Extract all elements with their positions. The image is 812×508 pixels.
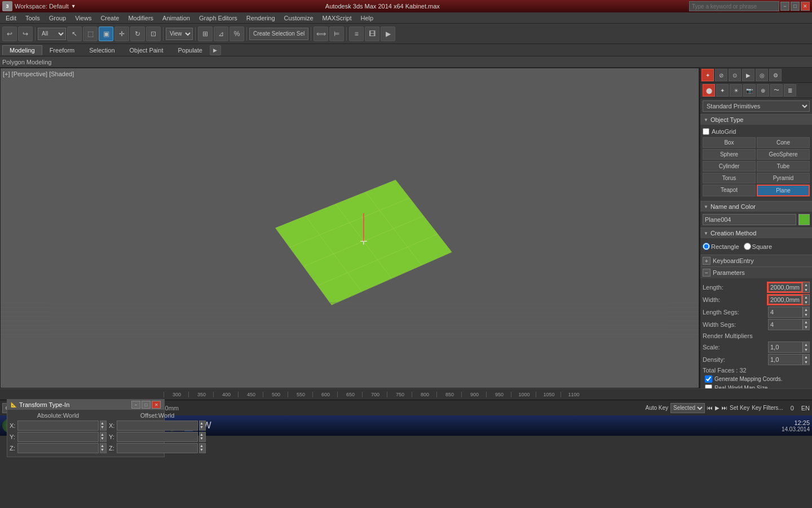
width-down[interactable]: ▼ bbox=[802, 300, 809, 305]
box-button[interactable]: Box bbox=[703, 137, 756, 148]
name-color-header[interactable]: ▼ Name and Color bbox=[700, 202, 812, 212]
motion-panel-icon[interactable]: ▶ bbox=[742, 69, 754, 81]
keyboard-entry-header[interactable]: + KeyboardEntry bbox=[700, 255, 812, 266]
hierarchy-panel-icon[interactable]: ⊙ bbox=[729, 69, 741, 81]
undo-button[interactable]: ↩ bbox=[2, 27, 17, 41]
scale-input[interactable] bbox=[769, 342, 802, 352]
snap-toggle[interactable]: ⊞ bbox=[198, 27, 213, 41]
tab-freeform[interactable]: Freeform bbox=[42, 45, 82, 55]
length-input[interactable] bbox=[767, 282, 802, 292]
width-segs-up[interactable]: ▲ bbox=[802, 319, 809, 325]
dialog-close[interactable]: ✕ bbox=[152, 401, 161, 409]
menu-animation[interactable]: Animation bbox=[158, 14, 195, 23]
redo-button[interactable]: ↪ bbox=[18, 27, 33, 41]
cameras-icon[interactable]: 📷 bbox=[743, 84, 756, 97]
search-input[interactable] bbox=[689, 1, 779, 11]
quick-render[interactable]: ▶ bbox=[381, 27, 395, 41]
tab-more-button[interactable]: ▶ bbox=[210, 45, 221, 55]
create-selection-button[interactable]: Create Selection Sel bbox=[249, 28, 308, 40]
parameters-collapse[interactable]: − bbox=[703, 269, 710, 277]
select-region-button[interactable]: ⬚ bbox=[83, 27, 98, 41]
menu-maxscript[interactable]: MAXScript bbox=[318, 14, 356, 23]
rectangle-radio[interactable] bbox=[703, 243, 710, 250]
tab-populate[interactable]: Populate bbox=[170, 45, 209, 55]
workspace-dropdown-icon[interactable]: ▼ bbox=[71, 3, 76, 9]
pyramid-button[interactable]: Pyramid bbox=[757, 173, 810, 183]
object-name-input[interactable] bbox=[703, 214, 796, 225]
color-swatch[interactable] bbox=[798, 214, 810, 225]
filter-select[interactable]: All bbox=[38, 28, 66, 40]
off-x-input[interactable] bbox=[117, 421, 198, 431]
view-select[interactable]: View bbox=[166, 28, 193, 40]
abs-z-input[interactable] bbox=[17, 443, 99, 453]
off-x-spin[interactable]: ▲▼ bbox=[199, 421, 206, 431]
menu-views[interactable]: Views bbox=[70, 14, 96, 23]
spacewarps-icon[interactable]: 〜 bbox=[770, 84, 783, 97]
menu-edit[interactable]: Edit bbox=[1, 14, 21, 23]
autogrid-checkbox[interactable] bbox=[703, 128, 709, 135]
transport-next[interactable]: ⏭ bbox=[722, 405, 727, 411]
maximize-button[interactable]: □ bbox=[791, 2, 800, 11]
scale-down[interactable]: ▼ bbox=[802, 347, 809, 352]
layer-button[interactable]: ≡ bbox=[349, 27, 364, 41]
menu-customize[interactable]: Customize bbox=[280, 14, 318, 23]
density-down[interactable]: ▼ bbox=[802, 360, 809, 365]
abs-y-input[interactable] bbox=[17, 432, 99, 442]
viewport[interactable]: [+] [Perspective] [Shaded] TOP FRONT LEF… bbox=[0, 68, 699, 388]
square-radio[interactable] bbox=[744, 243, 751, 250]
selected-dropdown[interactable]: Selected bbox=[670, 403, 705, 413]
rotate-button[interactable]: ↻ bbox=[130, 27, 145, 41]
transport-play[interactable]: ▶ bbox=[715, 405, 720, 411]
tab-selection[interactable]: Selection bbox=[82, 45, 122, 55]
align-button[interactable]: ⊨ bbox=[329, 27, 344, 41]
helpers-icon[interactable]: ⊕ bbox=[757, 84, 769, 97]
abs-y-spin[interactable]: ▲▼ bbox=[100, 432, 107, 442]
density-input[interactable] bbox=[769, 354, 802, 365]
dialog-restore[interactable]: □ bbox=[142, 401, 151, 409]
lights-icon[interactable]: ☀ bbox=[730, 84, 742, 97]
menu-group[interactable]: Group bbox=[45, 14, 71, 23]
tube-button[interactable]: Tube bbox=[757, 161, 810, 172]
scale-button[interactable]: ⊡ bbox=[146, 27, 161, 41]
menu-rendering[interactable]: Rendering bbox=[242, 14, 280, 23]
modify-panel-icon[interactable]: ⊘ bbox=[715, 69, 727, 81]
render-button[interactable]: 🎞 bbox=[365, 27, 379, 41]
length-segs-up[interactable]: ▲ bbox=[802, 307, 809, 312]
width-input[interactable] bbox=[767, 295, 802, 305]
create-panel-icon[interactable]: ✦ bbox=[701, 69, 714, 81]
off-z-spin[interactable]: ▲▼ bbox=[199, 443, 206, 453]
parameters-header[interactable]: − Parameters bbox=[700, 267, 812, 278]
angle-snap[interactable]: ⊿ bbox=[214, 27, 228, 41]
width-segs-input[interactable] bbox=[769, 319, 802, 330]
systems-icon[interactable]: ≣ bbox=[784, 84, 796, 97]
scale-up[interactable]: ▲ bbox=[802, 342, 809, 347]
width-segs-down[interactable]: ▼ bbox=[802, 325, 809, 330]
menu-tools[interactable]: Tools bbox=[21, 14, 45, 23]
cone-button[interactable]: Cone bbox=[757, 137, 810, 148]
plane-button[interactable]: Plane bbox=[757, 185, 810, 196]
gen-mapping-checkbox[interactable] bbox=[705, 375, 712, 383]
creation-method-header[interactable]: ▼ Creation Method bbox=[700, 228, 812, 238]
width-up[interactable]: ▲ bbox=[802, 295, 809, 300]
length-up[interactable]: ▲ bbox=[802, 282, 809, 287]
key-filters-label[interactable]: Key Filters... bbox=[752, 405, 783, 411]
select-button[interactable]: ↖ bbox=[67, 27, 82, 41]
move-button[interactable]: ✛ bbox=[114, 27, 129, 41]
menu-create[interactable]: Create bbox=[96, 14, 123, 23]
tab-modeling[interactable]: Modeling bbox=[2, 45, 42, 55]
display-panel-icon[interactable]: ◎ bbox=[756, 69, 768, 81]
off-y-input[interactable] bbox=[117, 432, 198, 442]
utility-panel-icon[interactable]: ⚙ bbox=[769, 69, 782, 81]
length-segs-input[interactable] bbox=[769, 307, 802, 317]
shapes-icon[interactable]: ✦ bbox=[716, 84, 729, 97]
primitives-dropdown[interactable]: Standard Primitives bbox=[703, 100, 810, 112]
abs-x-spin[interactable]: ▲▼ bbox=[100, 421, 107, 431]
length-down[interactable]: ▼ bbox=[802, 287, 809, 292]
length-segs-down[interactable]: ▼ bbox=[802, 312, 809, 317]
off-y-spin[interactable]: ▲▼ bbox=[199, 432, 206, 442]
abs-x-input[interactable] bbox=[17, 421, 99, 431]
off-z-input[interactable] bbox=[117, 443, 198, 453]
abs-z-spin[interactable]: ▲▼ bbox=[100, 443, 107, 453]
tab-object-paint[interactable]: Object Paint bbox=[122, 45, 171, 55]
minimize-button[interactable]: − bbox=[780, 2, 789, 11]
